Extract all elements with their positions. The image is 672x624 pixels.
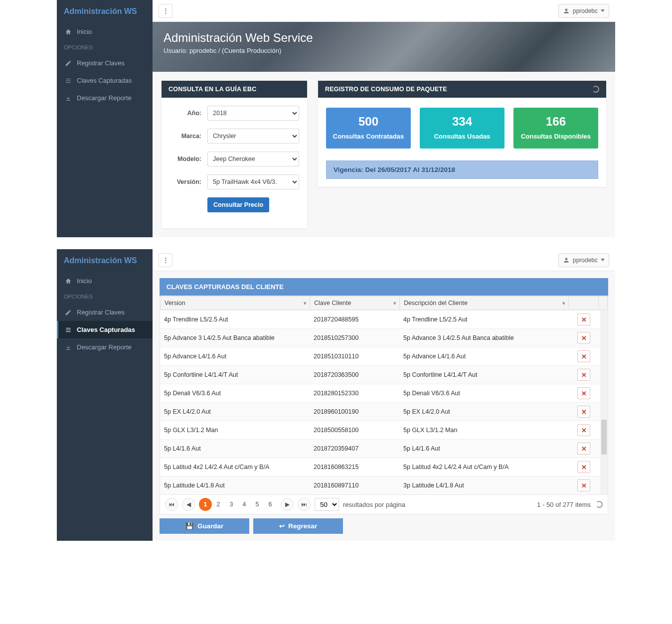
brand[interactable]: Administración WS bbox=[57, 249, 153, 272]
sidebar-item-registrar[interactable]: Registrar Claves bbox=[57, 304, 153, 321]
sidebar-item-label: Registrar Claves bbox=[77, 309, 125, 316]
delete-row-button[interactable]: ✕ bbox=[577, 461, 590, 473]
select-marca[interactable]: Chrysler bbox=[207, 129, 299, 144]
edit-icon bbox=[65, 309, 72, 316]
refresh-icon[interactable] bbox=[596, 501, 603, 508]
cell-clave: 2018720363500 bbox=[310, 366, 399, 384]
sidebar-item-inicio[interactable]: Inicio bbox=[57, 23, 153, 40]
sidebar-section-label: OPCIONES bbox=[57, 40, 153, 54]
cell-version: 5p EX L4/2.0 Aut bbox=[160, 403, 310, 421]
consultar-precio-button[interactable]: Consultar Precio bbox=[207, 197, 269, 212]
cell-desc: 5p Confortline L4/1.4/T Aut bbox=[399, 366, 569, 384]
filter-icon[interactable]: ▾ bbox=[393, 300, 396, 307]
edit-icon bbox=[65, 60, 72, 67]
cell-desc: 5p Advance L4/1.6 Aut bbox=[399, 347, 569, 366]
pager-page-6[interactable]: 6 bbox=[264, 498, 277, 511]
delete-row-button[interactable]: ✕ bbox=[577, 369, 590, 381]
home-icon bbox=[65, 278, 72, 285]
cell-version: 4p Trendline L5/2.5 Aut bbox=[160, 311, 310, 329]
table-row: 5p Confortline L4/1.4/T Aut2018720363500… bbox=[160, 366, 608, 384]
user-name: pprodebc bbox=[573, 257, 598, 264]
pager-page-5[interactable]: 5 bbox=[251, 498, 264, 511]
user-name: pprodebc bbox=[573, 7, 598, 14]
sidebar: Administración WS Inicio OPCIONES Regist… bbox=[57, 0, 153, 237]
stat-num: 166 bbox=[517, 115, 594, 129]
cell-clave: 2018720488595 bbox=[310, 311, 399, 329]
menu-toggle-button[interactable]: ⋮ bbox=[159, 4, 172, 18]
scrollbar-thumb[interactable] bbox=[601, 420, 607, 455]
sidebar-item-descargar[interactable]: Descargar Reporte bbox=[57, 89, 153, 107]
delete-row-button[interactable]: ✕ bbox=[577, 313, 590, 325]
filter-icon[interactable]: ▾ bbox=[304, 300, 307, 307]
table-row: 5p Advance 3 L4/2.5 Aut Banca abatible20… bbox=[160, 329, 608, 347]
regresar-button[interactable]: ↩ Regresar bbox=[253, 518, 343, 534]
home-icon bbox=[65, 28, 72, 35]
kebab-icon: ⋮ bbox=[163, 256, 169, 264]
table-row: 5p Advance L4/1.6 Aut20185103101105p Adv… bbox=[160, 347, 608, 366]
filter-icon[interactable]: ▾ bbox=[562, 300, 565, 307]
sidebar-item-descargar[interactable]: Descargar Reporte bbox=[57, 338, 153, 356]
stat-usadas: 334 Consultas Usadas bbox=[420, 108, 504, 149]
panel-title: CONSULTA EN LA GUÍA EBC bbox=[168, 86, 256, 93]
table-row: 5p Latitud 4x2 L4/2.4 Aut c/Cam y B/A201… bbox=[160, 458, 608, 476]
hero-subtitle: Usuario: pprodebc / (Cuenta Producción) bbox=[164, 47, 604, 54]
col-version[interactable]: Version▾ bbox=[161, 297, 310, 310]
pager-first-button[interactable]: ⏮ bbox=[165, 498, 178, 511]
user-menu-button[interactable]: pprodebc bbox=[558, 4, 609, 18]
col-scroll bbox=[599, 297, 608, 310]
user-menu-button[interactable]: pprodebc bbox=[558, 253, 609, 267]
select-version[interactable]: 5p TrailHawk 4x4 V6/3. bbox=[207, 174, 299, 189]
pager: ⏮ ◀ 123456 ▶ ⏭ 50 resultados por página … bbox=[160, 494, 608, 514]
pager-page-4[interactable]: 4 bbox=[238, 498, 251, 511]
content: ⋮ pprodebc CLAVES CAPTURADAS DEL CLIENTE bbox=[153, 249, 615, 541]
cell-clave: 2018500558100 bbox=[310, 421, 399, 440]
sidebar-item-capturadas[interactable]: Claves Capturadas bbox=[57, 321, 153, 338]
chevron-down-icon bbox=[601, 9, 605, 12]
cell-clave: 2018160863215 bbox=[310, 458, 399, 476]
cell-clave: 2018720359407 bbox=[310, 440, 399, 458]
cell-version: 5p Advance 3 L4/2.5 Aut Banca abatible bbox=[160, 329, 310, 347]
cell-desc: 5p GLX L3/1.2 Man bbox=[399, 421, 569, 440]
vigencia-banner: Vigencia: Del 26/05/2017 Al 31/12/2018 bbox=[326, 160, 598, 179]
delete-row-button[interactable]: ✕ bbox=[577, 406, 590, 418]
menu-toggle-button[interactable]: ⋮ bbox=[159, 253, 172, 267]
cell-desc: 5p Advance 3 L4/2.5 Aut Banca abatible bbox=[399, 329, 569, 347]
brand[interactable]: Administración WS bbox=[57, 0, 153, 23]
delete-row-button[interactable]: ✕ bbox=[577, 332, 590, 344]
sidebar-item-registrar[interactable]: Registrar Claves bbox=[57, 54, 153, 72]
delete-row-button[interactable]: ✕ bbox=[577, 479, 590, 491]
pager-next-button[interactable]: ▶ bbox=[281, 498, 294, 511]
delete-row-button[interactable]: ✕ bbox=[577, 350, 590, 362]
cell-clave: 2018160897110 bbox=[310, 476, 399, 495]
refresh-icon[interactable] bbox=[592, 86, 599, 93]
delete-row-button[interactable]: ✕ bbox=[577, 424, 590, 436]
pager-prev-button[interactable]: ◀ bbox=[182, 498, 195, 511]
sidebar-item-label: Descargar Reporte bbox=[77, 343, 132, 351]
pager-last-button[interactable]: ⏭ bbox=[298, 498, 311, 511]
sidebar-item-label: Claves Capturadas bbox=[77, 326, 135, 333]
table-row: 5p Denali V6/3.6 Aut20182801523305p Dena… bbox=[160, 384, 608, 403]
pager-page-1[interactable]: 1 bbox=[199, 498, 212, 511]
sidebar-item-capturadas[interactable]: Claves Capturadas bbox=[57, 72, 153, 89]
table-row: 4p Trendline L5/2.5 Aut20187204885954p T… bbox=[160, 311, 608, 329]
sidebar-item-label: Inicio bbox=[77, 277, 92, 285]
page-title: CLAVES CAPTURADAS DEL CLIENTE bbox=[160, 278, 608, 296]
cell-version: 5p Denali V6/3.6 Aut bbox=[160, 384, 310, 403]
delete-row-button[interactable]: ✕ bbox=[577, 443, 590, 455]
sidebar-item-label: Registrar Claves bbox=[77, 59, 125, 67]
scrollbar[interactable] bbox=[600, 310, 608, 494]
col-desc[interactable]: Descripción del Cliente▾ bbox=[400, 297, 569, 310]
pager-page-3[interactable]: 3 bbox=[225, 498, 238, 511]
pager-range: 1 - 50 of 277 items bbox=[537, 501, 591, 508]
cell-desc: 5p Latitud 4x2 L4/2.4 Aut c/Cam y B/A bbox=[399, 458, 569, 476]
sidebar-item-inicio[interactable]: Inicio bbox=[57, 272, 153, 290]
guardar-button[interactable]: 💾 Guardar bbox=[160, 518, 249, 534]
pager-page-2[interactable]: 2 bbox=[212, 498, 225, 511]
page-size-select[interactable]: 50 bbox=[315, 498, 339, 511]
select-anio[interactable]: 2018 bbox=[207, 106, 299, 121]
delete-row-button[interactable]: ✕ bbox=[577, 387, 590, 399]
select-modelo[interactable]: Jeep Cherokee bbox=[207, 152, 299, 166]
table-row: 5p Latitude L4/1.8 Aut20181608971103p La… bbox=[160, 476, 608, 495]
cell-desc: 5p Denali V6/3.6 Aut bbox=[399, 384, 569, 403]
col-clave[interactable]: Clave Cliente▾ bbox=[310, 297, 400, 310]
